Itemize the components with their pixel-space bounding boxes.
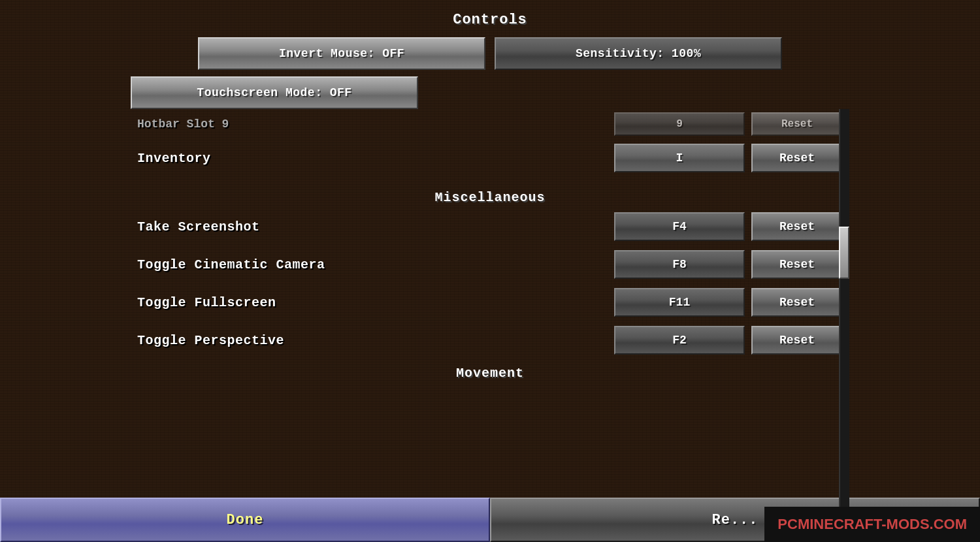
- toggle-fullscreen-key[interactable]: F11: [614, 288, 745, 317]
- toggle-fullscreen-reset[interactable]: Reset: [751, 288, 843, 317]
- toggle-perspective-label: Toggle Perspective: [137, 333, 614, 348]
- partial-row-hotbar9: Hotbar Slot 9 9 Reset: [131, 109, 849, 139]
- scroll-area: Hotbar Slot 9 9 Reset Inventory I Reset …: [131, 109, 849, 542]
- take-screenshot-row: Take Screenshot F4 Reset: [131, 208, 849, 246]
- take-screenshot-key[interactable]: F4: [614, 212, 745, 241]
- invert-mouse-button[interactable]: Invert Mouse: OFF: [198, 37, 485, 70]
- scrollbar-thumb[interactable]: [839, 227, 849, 279]
- toggle-fullscreen-row: Toggle Fullscreen F11 Reset: [131, 283, 849, 321]
- toggle-cinematic-reset[interactable]: Reset: [751, 250, 843, 279]
- sensitivity-container: Sensitivity: 100%: [495, 37, 782, 70]
- hotbar9-label: Hotbar Slot 9: [137, 118, 614, 131]
- controls-section: Controls Invert Mouse: OFF Sensitivity: …: [131, 0, 849, 109]
- toggle-cinematic-key[interactable]: F8: [614, 250, 745, 279]
- misc-title: Miscellaneous: [131, 183, 849, 208]
- toggle-cinematic-row: Toggle Cinematic Camera F8 Reset: [131, 246, 849, 283]
- touchscreen-mode-button[interactable]: Touchscreen Mode: OFF: [131, 76, 418, 109]
- hotbar9-reset[interactable]: Reset: [751, 112, 843, 136]
- watermark: PCMINECRAFT-MODS.COM: [764, 507, 980, 542]
- inventory-label: Inventory: [137, 151, 614, 166]
- main-content: Controls Invert Mouse: OFF Sensitivity: …: [0, 0, 980, 542]
- take-screenshot-reset[interactable]: Reset: [751, 212, 843, 241]
- take-screenshot-label: Take Screenshot: [137, 219, 614, 234]
- sensitivity-button[interactable]: Sensitivity: 100%: [495, 37, 782, 70]
- movement-title: Movement: [131, 359, 849, 383]
- controls-top-row: Invert Mouse: OFF Sensitivity: 100%: [131, 37, 849, 70]
- watermark-text: PCMINECRAFT-MODS.COM: [777, 516, 967, 532]
- inventory-row: Inventory I Reset: [131, 139, 849, 177]
- controls-title: Controls: [131, 12, 849, 28]
- toggle-perspective-key[interactable]: F2: [614, 326, 745, 355]
- hotbar9-key[interactable]: 9: [614, 112, 745, 136]
- toggle-cinematic-label: Toggle Cinematic Camera: [137, 257, 614, 272]
- scrollbar-track[interactable]: [839, 109, 849, 542]
- inventory-key[interactable]: I: [614, 144, 745, 172]
- spacer: [131, 177, 849, 183]
- toggle-perspective-reset[interactable]: Reset: [751, 326, 843, 355]
- toggle-perspective-row: Toggle Perspective F2 Reset: [131, 321, 849, 359]
- controls-second-row: Touchscreen Mode: OFF: [131, 76, 849, 109]
- inventory-reset[interactable]: Reset: [751, 144, 843, 172]
- toggle-fullscreen-label: Toggle Fullscreen: [137, 295, 614, 310]
